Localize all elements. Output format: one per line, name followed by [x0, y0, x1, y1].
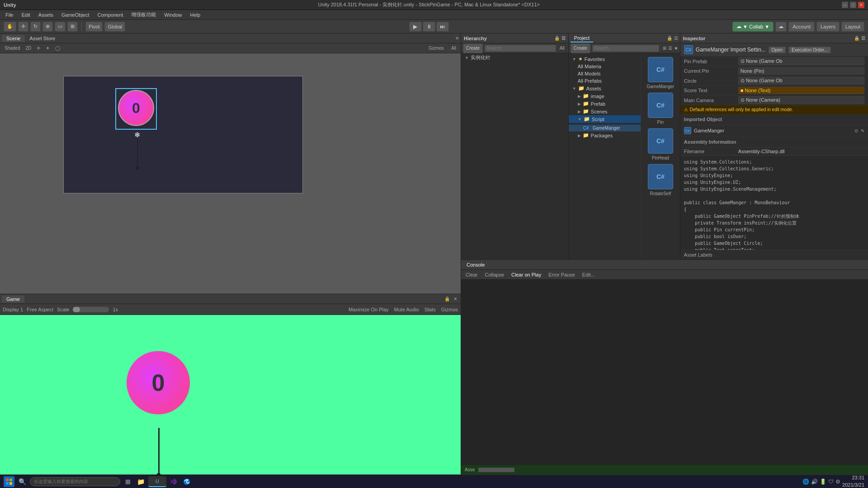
- close-button[interactable]: ✕: [858, 2, 864, 8]
- scene-tool-3[interactable]: ◯: [53, 45, 62, 51]
- aspect-dropdown[interactable]: Free Aspect: [27, 307, 53, 312]
- project-search-input[interactable]: [592, 45, 659, 52]
- error-pause-button[interactable]: Error Pause: [547, 272, 577, 278]
- display-dropdown[interactable]: Display 1: [3, 307, 23, 312]
- search-icon[interactable]: 🔍: [17, 477, 27, 487]
- asset-pin[interactable]: C# Pin: [645, 93, 676, 125]
- asset-gamemanger[interactable]: C# GameManger: [645, 57, 676, 89]
- scene-canvas[interactable]: 0 ❄: [0, 53, 461, 294]
- menu-item-gameobject[interactable]: GameObject: [58, 11, 93, 19]
- mute-audio-button[interactable]: Mute Audio: [394, 307, 419, 312]
- open-button[interactable]: Open: [769, 47, 786, 53]
- menu-item-file[interactable]: File: [2, 11, 17, 19]
- scene-tool-1[interactable]: ✛: [35, 45, 42, 51]
- twod-button[interactable]: 2D: [24, 45, 33, 51]
- pause-button[interactable]: ⏸: [423, 22, 435, 32]
- asset-rotateself[interactable]: C# RotateSelf: [645, 164, 676, 196]
- tree-all-prefabs[interactable]: All Prefabs: [569, 77, 641, 84]
- cloud-icon-button[interactable]: ☁: [775, 22, 787, 32]
- scale-slider[interactable]: [73, 307, 109, 312]
- layout-button[interactable]: Layout: [841, 22, 864, 32]
- start-button[interactable]: [4, 476, 14, 487]
- menu-item-component[interactable]: Component: [94, 11, 127, 19]
- hierarchy-all-button[interactable]: All: [558, 45, 566, 51]
- tree-all-materials[interactable]: All Materia: [569, 63, 641, 70]
- account-button[interactable]: Account: [788, 22, 815, 32]
- battery-icon[interactable]: 🔋: [820, 479, 826, 485]
- gizmos-dropdown[interactable]: Gizmos: [427, 45, 446, 51]
- menu-item-window[interactable]: Window: [160, 11, 185, 19]
- clear-button[interactable]: Clear: [464, 272, 479, 278]
- tab-console[interactable]: Console: [463, 261, 488, 268]
- main-camera-value[interactable]: ⊙ None (Camera): [738, 96, 864, 104]
- current-pin-value[interactable]: None (Pin): [738, 67, 864, 75]
- hierarchy-search-input[interactable]: [485, 45, 556, 52]
- all-dropdown[interactable]: All: [449, 45, 458, 51]
- tree-image[interactable]: ▶ 📁 image: [569, 92, 641, 100]
- score-text-value[interactable]: ■ None (Text): [738, 87, 864, 94]
- gm-tree-item[interactable]: C# GameManger: [569, 125, 641, 131]
- tree-favorites[interactable]: ▼ ★ Favorites: [569, 55, 641, 63]
- project-create-button[interactable]: Create: [571, 43, 590, 53]
- tab-project[interactable]: Project: [571, 34, 593, 42]
- menu-item-增强板功能[interactable]: 增强板功能: [127, 10, 160, 19]
- file-explorer-icon[interactable]: 📁: [136, 477, 146, 487]
- network-icon[interactable]: 🌐: [802, 479, 809, 485]
- tree-packages[interactable]: ▶ 📁 Packages: [569, 131, 641, 139]
- security-icon[interactable]: 🛡: [828, 479, 834, 485]
- edge-icon[interactable]: [182, 477, 192, 487]
- imported-edit-icon[interactable]: ✎: [861, 128, 864, 133]
- execution-order-button[interactable]: Execution Order...: [788, 47, 831, 53]
- game-lock-button[interactable]: 🔒: [444, 296, 450, 301]
- inspector-lock-icon[interactable]: 🔒: [854, 36, 859, 41]
- tree-scenes[interactable]: ▶ 📁 Scenes: [569, 108, 641, 115]
- layers-button[interactable]: Layers: [816, 22, 840, 32]
- transform-tool-button[interactable]: ⊞: [67, 22, 78, 32]
- scene-close-button[interactable]: ✕: [455, 36, 459, 41]
- tab-scene[interactable]: Scene: [2, 35, 25, 42]
- asset-pinhead[interactable]: C# PinHead: [645, 128, 676, 160]
- unity-taskbar-button[interactable]: U: [148, 476, 166, 487]
- minimize-button[interactable]: ─: [842, 2, 848, 8]
- menu-item-help[interactable]: Help: [186, 11, 204, 19]
- tab-asset-store[interactable]: Asset Store: [25, 35, 60, 42]
- search-input[interactable]: [30, 477, 120, 486]
- task-view-icon[interactable]: ⊞: [123, 477, 133, 487]
- shaded-dropdown[interactable]: Shaded: [3, 45, 22, 51]
- game-canvas[interactable]: 0: [0, 315, 461, 474]
- hierarchy-create-button[interactable]: Create: [463, 43, 483, 53]
- step-button[interactable]: ⏭: [436, 22, 449, 32]
- project-lock-icon[interactable]: 🔒: [667, 36, 672, 41]
- pin-prefab-value[interactable]: ⊙ None (Game Ob: [738, 57, 864, 65]
- pivot-button[interactable]: Pivot: [85, 22, 103, 32]
- hierarchy-scene-item[interactable]: ▼ 实例化针: [461, 53, 568, 62]
- move-tool-button[interactable]: ✛: [18, 22, 28, 32]
- imported-select-icon[interactable]: ⊙: [854, 128, 858, 133]
- maximize-button[interactable]: □: [850, 2, 856, 8]
- project-icon-2[interactable]: ☰: [668, 46, 672, 51]
- menu-item-edit[interactable]: Edit: [18, 11, 34, 19]
- clear-on-play-button[interactable]: Clear on Play: [509, 272, 543, 278]
- edit-button[interactable]: Edit...: [580, 272, 597, 278]
- global-button[interactable]: Global: [104, 22, 125, 32]
- game-gizmos-dropdown[interactable]: Gizmos: [441, 307, 458, 312]
- volume-icon[interactable]: 🔊: [811, 479, 818, 485]
- stats-button[interactable]: Stats: [425, 307, 436, 312]
- antivirus-icon[interactable]: ⚙: [835, 479, 840, 485]
- game-close-button[interactable]: ✕: [453, 296, 457, 301]
- project-icon-3[interactable]: ★: [674, 46, 678, 51]
- hand-tool-button[interactable]: ✋: [4, 22, 16, 32]
- inspector-menu-icon[interactable]: ☰: [861, 36, 865, 41]
- circle-value[interactable]: ⊙ None (Game Ob: [738, 77, 864, 84]
- vs-icon[interactable]: [169, 477, 179, 487]
- gm-asset-in-tree[interactable]: C# GameManger: [569, 125, 641, 131]
- play-button[interactable]: ▶: [409, 22, 422, 32]
- maximize-on-play-button[interactable]: Maximize On Play: [349, 307, 389, 312]
- tab-game[interactable]: Game: [2, 296, 24, 303]
- scene-tool-2[interactable]: ☀: [44, 45, 52, 51]
- rect-tool-button[interactable]: ▭: [55, 22, 66, 32]
- menu-item-assets[interactable]: Assets: [35, 11, 57, 19]
- project-icon-1[interactable]: ⊞: [663, 46, 666, 51]
- scale-tool-button[interactable]: ⊕: [42, 22, 53, 32]
- hierarchy-lock-icon[interactable]: 🔒: [554, 36, 560, 41]
